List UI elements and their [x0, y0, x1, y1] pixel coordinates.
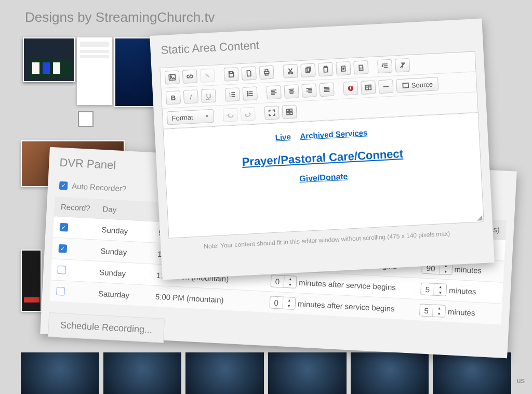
new-page-icon[interactable]	[242, 66, 257, 80]
svg-rect-24	[290, 109, 292, 112]
outdent-icon[interactable]	[377, 59, 392, 73]
static-area-editor: Static Area Content W B I U 123	[150, 19, 495, 280]
design-thumb[interactable]	[21, 249, 42, 312]
svg-point-19	[247, 95, 248, 96]
align-left-icon[interactable]	[266, 85, 281, 99]
svg-point-6	[291, 72, 293, 74]
align-center-icon[interactable]	[284, 84, 299, 98]
cell-day: Sunday	[92, 261, 151, 285]
design-thumb[interactable]	[77, 37, 112, 105]
hr-icon[interactable]	[378, 80, 393, 94]
start-stepper[interactable]: 0▲▼	[270, 274, 297, 288]
align-right-icon[interactable]	[301, 83, 316, 97]
page-title: Designs by StreamingChurch.tv	[25, 9, 215, 25]
bold-button[interactable]: B	[166, 90, 181, 104]
italic-button[interactable]: I	[183, 89, 198, 103]
svg-rect-23	[287, 109, 289, 112]
flash-icon[interactable]	[343, 81, 358, 95]
col-record: Record?	[54, 196, 97, 218]
svg-rect-22	[403, 83, 408, 88]
record-checkbox[interactable]	[57, 266, 66, 274]
cell-end: 5▲▼ minutes	[413, 299, 502, 324]
end-stepper[interactable]: 5▲▼	[419, 304, 446, 318]
end-stepper[interactable]: 5▲▼	[420, 282, 447, 296]
design-thumb[interactable]	[114, 37, 156, 107]
table-icon[interactable]	[361, 80, 376, 94]
print-icon[interactable]	[259, 65, 274, 80]
cell-day: Sunday	[94, 240, 152, 264]
unlink-icon[interactable]	[200, 69, 215, 83]
svg-text:W: W	[360, 66, 363, 70]
svg-point-18	[247, 93, 248, 94]
svg-point-17	[247, 91, 248, 93]
copy-icon[interactable]	[300, 63, 315, 77]
start-stepper[interactable]: 0▲▼	[269, 296, 296, 310]
link-archived[interactable]: Archived Services	[300, 128, 368, 140]
svg-rect-3	[265, 70, 268, 72]
col-day: Day	[96, 199, 154, 221]
record-checkbox[interactable]	[56, 287, 65, 296]
paste-icon[interactable]	[318, 62, 333, 76]
save-icon[interactable]	[224, 67, 239, 81]
svg-rect-25	[287, 112, 289, 115]
source-button[interactable]: Source	[396, 77, 438, 93]
link-live[interactable]: Live	[275, 132, 291, 142]
svg-text:3: 3	[229, 95, 231, 97]
auto-recorder-checkbox[interactable]: ✓	[59, 181, 68, 190]
auto-recorder-label: Auto Recorder?	[72, 181, 127, 193]
redo-icon[interactable]	[241, 107, 256, 121]
schedule-recording-button[interactable]: Schedule Recording...	[48, 312, 165, 343]
bullet-list-icon[interactable]	[243, 86, 258, 100]
format-dropdown[interactable]: Format▼	[167, 109, 214, 125]
underline-button[interactable]: U	[201, 89, 216, 103]
editor-content[interactable]: Live Archived Services Prayer/Pastoral C…	[163, 113, 484, 239]
show-blocks-icon[interactable]	[282, 104, 297, 119]
remove-format-icon[interactable]	[395, 58, 410, 72]
record-checkbox[interactable]: ✓	[58, 244, 67, 253]
link-icon[interactable]	[182, 69, 197, 83]
image-icon[interactable]	[165, 70, 180, 84]
selection-marker	[78, 111, 94, 127]
align-justify-icon[interactable]	[319, 83, 334, 97]
undo-icon[interactable]	[223, 108, 238, 122]
cut-icon[interactable]	[283, 64, 298, 78]
record-checkbox[interactable]: ✓	[60, 223, 69, 232]
design-thumb[interactable]	[23, 37, 75, 82]
background-strip	[0, 352, 532, 394]
numbered-list-icon[interactable]: 123	[225, 87, 240, 101]
paste-word-icon[interactable]: W	[353, 60, 368, 74]
svg-point-5	[288, 72, 290, 74]
paste-text-icon[interactable]	[336, 61, 351, 75]
resize-handle-icon[interactable]	[477, 215, 483, 221]
svg-rect-26	[290, 112, 292, 115]
cell-day: Saturday	[91, 282, 150, 306]
maximize-icon[interactable]	[264, 106, 280, 120]
cell-day: Sunday	[95, 218, 153, 243]
